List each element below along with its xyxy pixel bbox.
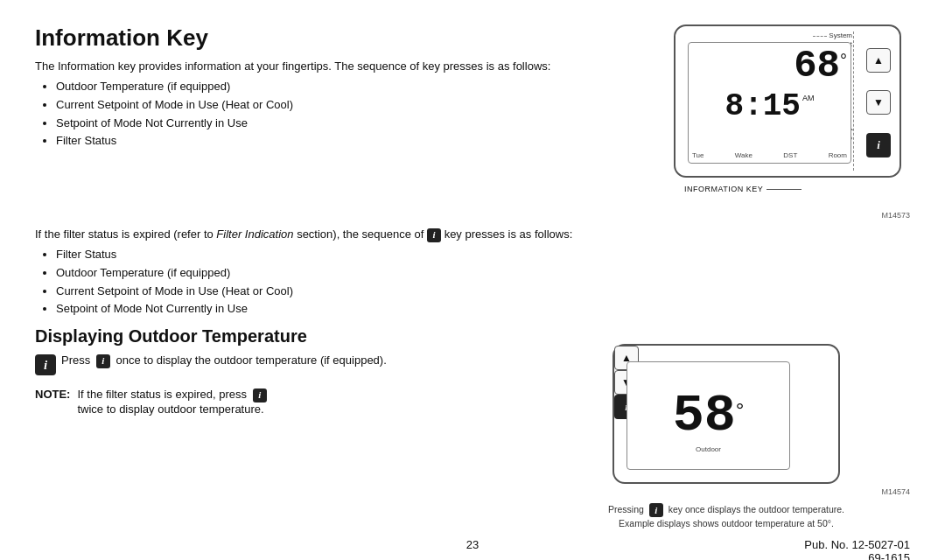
info-key-line [766,189,802,190]
thermostat-bottom-screen: 58° Outdoor [626,361,790,470]
bottom-temp-area: 58° [673,389,745,442]
caption2: key once displays the outdoor temperatur… [668,504,844,514]
tue-label: Tue [692,151,704,159]
note-text2: twice to display outdoor temperature. [77,402,263,416]
caption-line1: Pressing i key once displays the outdoor… [608,503,844,517]
note-text-block: If the filter status is expired, press i… [77,388,269,416]
section2-left: Displaying Outdoor Temperature i Press i… [35,326,525,531]
time-area: 8:15 AM [725,81,815,124]
note-icon: i [253,388,267,402]
info-key-label-text: INFORMATION KEY [684,185,763,193]
filter-expired-pre: If the filter status is expired (refer t… [35,228,216,241]
bottom-temp-value: 58 [673,389,736,442]
press-label: Press [61,354,90,367]
page-title: Information Key [35,24,648,52]
info-button[interactable]: i [866,133,891,158]
room-label: Room [829,151,847,159]
filter-expired-para: If the filter status is expired (refer t… [35,227,910,243]
list1-item1: Outdoor Temperature (if equipped) [56,79,648,95]
degree-symbol: ° [840,52,847,69]
time-value: 8:15 [725,88,801,124]
dst-label: DST [783,151,797,159]
press-text-block: Press i once to display the outdoor temp… [61,354,387,368]
wake-label: Wake [735,151,752,159]
press-row: i Press i once to display the outdoor te… [35,354,508,375]
note-text: If the filter status is expired, press [77,388,247,401]
list2-item2: Outdoor Temperature (if equipped) [56,265,910,282]
caption-block: Pressing i key once displays the outdoor… [608,503,844,531]
temp-value: 68 [794,46,840,85]
caption1: Pressing [608,504,644,514]
screen-bottom-labels: Tue Wake DST Room [692,151,847,159]
caption-icon: i [649,503,663,517]
info-key-label-row: INFORMATION KEY [684,185,900,193]
list1-item3: Setpoint of Mode Not Currently in Use [56,116,648,132]
time-display: 8:15 [725,88,801,124]
thermostat-top: System Heat Fan Auto 8:1 [674,24,901,178]
thermostat-top-screen: 8:15 AM 68° Tue Wake DST Room [688,42,851,164]
m-code-top: M14573 [881,211,910,220]
thermostat-bottom-container: 58° Outdoor ▲ ▼ i M14574 Pressing i key … [542,326,910,531]
down-button[interactable]: ▼ [866,90,891,115]
filter-expired-end: key presses is as follows: [444,228,573,241]
m-code-bottom: M14574 [881,487,910,496]
list2-item4: Setpoint of Mode Not Currently in Use [56,301,910,318]
up-button[interactable]: ▲ [866,48,891,73]
note-row: NOTE: If the filter status is expired, p… [35,388,508,416]
system-label: System [829,32,852,40]
dotted-border-v [853,32,854,171]
outdoor-label: Outdoor [627,445,789,453]
section2-title: Displaying Outdoor Temperature [35,326,508,346]
thermostat-top-buttons: ▲ ▼ i [866,42,891,164]
am-label: AM [802,94,815,102]
section2-row: Displaying Outdoor Temperature i Press i… [35,326,910,531]
footer-left [35,538,326,560]
list1-item2: Current Setpoint of Mode in Use (Heat or… [56,97,648,114]
caption-line2: Example displays shows outdoor temperatu… [608,517,844,531]
footer-pub: Pub. No. 12-5027-01 69-1615 [619,538,910,560]
filter-indication-italic: Filter Indication [216,228,293,241]
list2-item1: Filter Status [56,247,910,263]
pub-no: Pub. No. 12-5027-01 [804,538,910,551]
list2-item3: Current Setpoint of Mode in Use (Heat or… [56,284,910,300]
press-icon: i [35,354,56,375]
note-label: NOTE: [35,388,70,401]
footer: 23 Pub. No. 12-5027-01 69-1615 [35,531,910,560]
list1: Outdoor Temperature (if equipped) Curren… [56,79,648,150]
info-icon-inline: i [427,228,441,242]
doc-no: 69-1615 [868,551,910,560]
page: Information Key The Information key prov… [0,0,945,560]
list1-item4: Filter Status [56,133,648,150]
temp-area: 68° [794,46,847,85]
press-icon2: i [96,354,110,368]
list2: Filter Status Outdoor Temperature (if eq… [56,247,910,319]
info-key-section: Information Key The Information key prov… [35,24,648,220]
press-text: once to display the outdoor temperature … [116,354,386,367]
bottom-degree: ° [736,398,745,423]
intro-text: The Information key provides information… [35,59,648,75]
thermostat-top-container: System Heat Fan Auto 8:1 [665,24,910,220]
thermostat-bottom: 58° Outdoor ▲ ▼ i [612,344,840,484]
filter-expired-post: section), the sequence of [294,228,424,241]
page-number: 23 [326,538,618,560]
